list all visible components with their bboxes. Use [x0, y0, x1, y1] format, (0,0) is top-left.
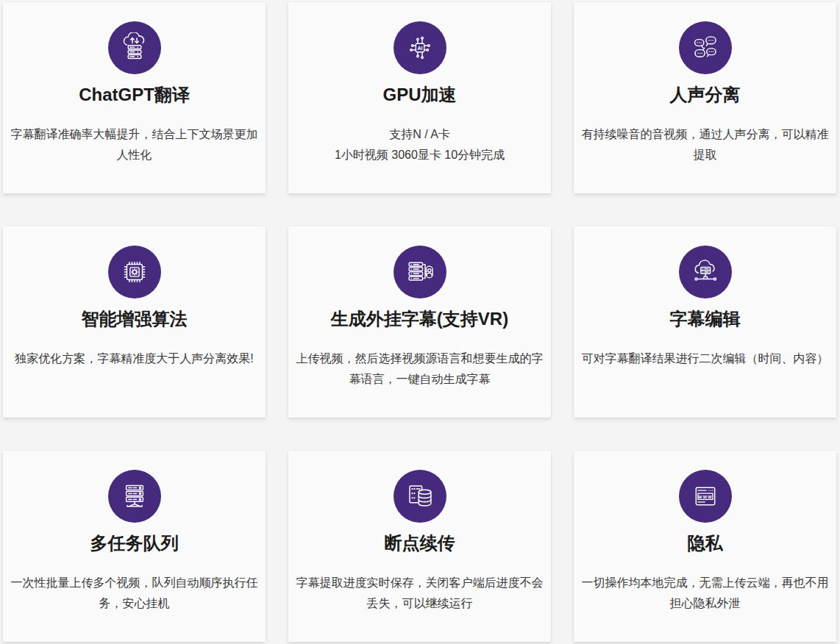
cloud-transfer-server-icon: [119, 32, 150, 63]
icon-badge: [679, 21, 732, 74]
server-user-icon: [405, 257, 435, 287]
icon-badge: [679, 246, 732, 298]
feature-grid: ChatGPT翻译 字幕翻译准确率大幅提升，结合上下文场景更加人性化 AI GP…: [0, 0, 840, 642]
card-description: 一次性批量上传多个视频，队列自动顺序执行任务，安心挂机: [11, 573, 258, 614]
voice-separation-chat-icon: [690, 32, 721, 63]
cloud-server-network-icon: [690, 257, 721, 287]
card-title: 断点续传: [385, 532, 455, 555]
feature-card-chatgpt-translate: ChatGPT翻译 字幕翻译准确率大幅提升，结合上下文场景更加人性化: [3, 2, 266, 193]
server-database-icon: [405, 481, 435, 512]
feature-card-privacy: WWW 隐私 一切操作均本地完成，无需上传云端，再也不用担心隐私外泄: [574, 451, 836, 642]
card-title: GPU加速: [382, 83, 456, 107]
ai-chip-icon: AI: [405, 32, 435, 63]
card-description: 独家优化方案，字幕精准度大于人声分离效果!: [11, 348, 258, 369]
icon-badge: [394, 246, 446, 298]
feature-card-generate-subtitles: 生成外挂字幕(支持VR) 上传视频，然后选择视频源语言和想要生成的字幕语言，一键…: [288, 226, 551, 418]
feature-card-gpu-acceleration: AI GPU加速 支持N / A卡 1小时视频 3060显卡 10分钟完成: [288, 2, 551, 193]
chip-gear-icon: [119, 257, 150, 287]
card-description: 可对字幕翻译结果进行二次编辑（时间、内容）: [582, 348, 829, 369]
server-rack-icon: [119, 481, 150, 512]
icon-badge: [108, 470, 161, 523]
card-description: 支持N / A卡 1小时视频 3060显卡 10分钟完成: [296, 124, 544, 165]
card-description: 上传视频，然后选择视频源语言和想要生成的字幕语言，一键自动生成字幕: [296, 348, 544, 390]
feature-card-voice-separation: 人声分离 有持续噪音的音视频，通过人声分离，可以精准提取: [574, 2, 836, 193]
card-title: ChatGPT翻译: [79, 83, 190, 107]
card-description: 字幕提取进度实时保存，关闭客户端后进度不会丢失，可以继续运行: [296, 573, 544, 614]
card-title: 多任务队列: [90, 532, 179, 555]
feature-card-task-queue: 多任务队列 一次性批量上传多个视频，队列自动顺序执行任务，安心挂机: [3, 451, 266, 642]
icon-badge: [108, 246, 161, 298]
card-title: 人声分离: [670, 83, 741, 107]
feature-card-smart-enhance: 智能增强算法 独家优化方案，字幕精准度大于人声分离效果!: [3, 226, 266, 418]
card-description: 字幕翻译准确率大幅提升，结合上下文场景更加人性化: [11, 124, 258, 165]
card-title: 生成外挂字幕(支持VR): [331, 307, 508, 331]
browser-www-icon: WWW: [690, 481, 721, 512]
card-description: 有持续噪音的音视频，通过人声分离，可以精准提取: [582, 124, 829, 165]
card-title: 智能增强算法: [82, 307, 188, 331]
card-description: 一切操作均本地完成，无需上传云端，再也不用担心隐私外泄: [582, 573, 829, 614]
icon-badge: [394, 470, 446, 523]
icon-badge: WWW: [679, 470, 732, 523]
svg-text:AI: AI: [417, 46, 422, 51]
card-title: 隐私: [688, 532, 723, 555]
svg-text:WWW: WWW: [697, 495, 712, 499]
card-title: 字幕编辑: [670, 307, 741, 331]
icon-badge: [108, 21, 161, 74]
feature-card-subtitle-edit: 字幕编辑 可对字幕翻译结果进行二次编辑（时间、内容）: [574, 226, 836, 418]
icon-badge: AI: [394, 21, 446, 74]
feature-card-resume-transfer: 断点续传 字幕提取进度实时保存，关闭客户端后进度不会丢失，可以继续运行: [288, 451, 551, 642]
